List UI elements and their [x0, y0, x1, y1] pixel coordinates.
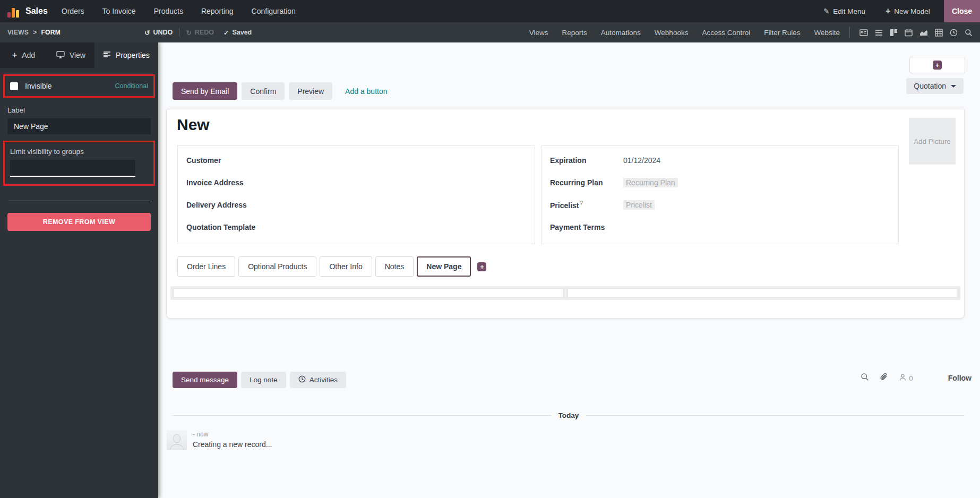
redo-button[interactable]: ↻REDO [186, 29, 214, 37]
tab-other-info[interactable]: Other Info [320, 256, 372, 277]
menu-to-invoice[interactable]: To Invoice [102, 7, 136, 15]
tab-website[interactable]: Website [814, 29, 840, 37]
search-messages-icon[interactable] [861, 373, 869, 383]
remove-from-view-button[interactable]: REMOVE FROM VIEW [7, 213, 151, 231]
invisible-property-row: Invisible Conditional [3, 74, 155, 98]
tab-access-control[interactable]: Access Control [702, 29, 750, 37]
add-statusbar-stage-button[interactable]: + [909, 57, 965, 73]
divider [8, 201, 150, 201]
person-icon [899, 373, 907, 383]
form-editor-canvas: Send by Email Confirm Preview Add a butt… [158, 42, 980, 498]
tab-automations[interactable]: Automations [601, 29, 641, 37]
calendar-icon[interactable] [905, 29, 913, 37]
sidebar-tab-properties[interactable]: Properties [94, 42, 158, 68]
expiration-value: 01/12/2024 [623, 156, 660, 165]
form-icon[interactable] [859, 29, 868, 37]
field-delivery-address[interactable]: Delivery Address [186, 194, 526, 216]
chatter-tools: 0 Follow [861, 373, 972, 383]
follow-button[interactable]: Follow [948, 374, 972, 382]
pivot-icon[interactable] [935, 29, 943, 37]
activities-button[interactable]: Activities [290, 372, 346, 388]
field-group-left: Customer Invoice Address Delivery Addres… [177, 145, 535, 244]
send-message-button[interactable]: Send message [173, 372, 237, 388]
edit-menu-button[interactable]: ✎ Edit Menu [823, 7, 865, 15]
chatter-buttons: Send message Log note Activities [173, 372, 346, 388]
properties-panel: Invisible Conditional Label Limit visibi… [0, 68, 158, 236]
redo-icon: ↻ [186, 29, 191, 37]
date-divider-label: Today [558, 411, 579, 419]
message-body: Creating a new record... [193, 440, 272, 449]
tab-reports[interactable]: Reports [562, 29, 587, 37]
chevron-down-icon [951, 85, 956, 88]
studio-sidebar: + Add View Properties Invisible Conditio… [0, 42, 158, 498]
field-group-right: Expiration 01/12/2024 Recurring Plan Rec… [541, 145, 899, 244]
empty-page-placeholder [170, 286, 960, 300]
field-groups: Customer Invoice Address Delivery Addres… [177, 145, 899, 244]
clock-icon [298, 375, 306, 384]
groups-input[interactable] [10, 160, 135, 177]
invisible-checkbox[interactable] [10, 82, 18, 90]
attachment-icon[interactable] [880, 373, 888, 383]
view-type-icons [849, 27, 973, 38]
field-invoice-address[interactable]: Invoice Address [186, 171, 526, 194]
followers-counter[interactable]: 0 [899, 373, 913, 383]
activity-icon[interactable] [950, 29, 958, 37]
label-input[interactable] [7, 118, 151, 134]
log-note-button[interactable]: Log note [241, 372, 286, 388]
app-name[interactable]: Sales [25, 6, 48, 16]
stage-dropdown[interactable]: Quotation [906, 78, 964, 94]
groups-field-label: Limit visibility to groups [10, 148, 148, 156]
graph-icon[interactable] [919, 29, 928, 37]
record-title[interactable]: New [177, 116, 210, 134]
menu-products[interactable]: Products [154, 7, 183, 15]
tab-views[interactable]: Views [529, 29, 548, 37]
placeholder-cell-left[interactable] [174, 288, 563, 298]
preview-button[interactable]: Preview [289, 82, 332, 100]
menu-configuration[interactable]: Configuration [252, 7, 296, 15]
list-icon[interactable] [875, 29, 883, 37]
undo-button[interactable]: ↺UNDO [144, 29, 173, 37]
sidebar-tab-add[interactable]: + Add [0, 42, 47, 68]
sales-app-icon[interactable] [7, 5, 20, 18]
tab-optional-products[interactable]: Optional Products [238, 256, 316, 277]
confirm-button[interactable]: Confirm [242, 82, 285, 100]
sidebar-tab-view[interactable]: View [47, 42, 94, 68]
add-a-button-link[interactable]: Add a button [345, 87, 387, 96]
saved-indicator: ✓Saved [223, 29, 252, 37]
divider [849, 27, 850, 38]
breadcrumb: VIEWS > FORM [7, 29, 61, 36]
field-customer[interactable]: Customer [186, 149, 526, 171]
tab-filter-rules[interactable]: Filter Rules [764, 29, 800, 37]
kanban-icon[interactable] [890, 29, 898, 37]
limit-visibility-section: Limit visibility to groups [3, 141, 155, 186]
tab-new-page[interactable]: New Page [417, 256, 471, 277]
help-icon: ? [580, 200, 583, 206]
field-expiration[interactable]: Expiration 01/12/2024 [550, 149, 890, 171]
menu-reporting[interactable]: Reporting [201, 7, 234, 15]
add-tab-button[interactable]: + [477, 262, 486, 271]
breadcrumb-views[interactable]: VIEWS [7, 29, 29, 36]
new-model-button[interactable]: + New Model [886, 7, 930, 15]
pricelist-placeholder: Pricelist [623, 200, 655, 210]
statusbar-buttons: Send by Email Confirm Preview Add a butt… [173, 82, 388, 100]
field-recurring-plan[interactable]: Recurring Plan Recurring Plan [550, 171, 890, 194]
send-by-email-button[interactable]: Send by Email [173, 82, 237, 100]
close-studio-button[interactable]: Close [944, 0, 980, 22]
field-quotation-template[interactable]: Quotation Template [186, 216, 526, 238]
studio-tabs: Views Reports Automations Webhooks Acces… [529, 29, 840, 37]
recurring-plan-placeholder: Recurring Plan [623, 178, 678, 187]
conditional-badge[interactable]: Conditional [115, 82, 148, 90]
notebook-tabs: Order Lines Optional Products Other Info… [177, 256, 486, 277]
tab-webhooks[interactable]: Webhooks [655, 29, 689, 37]
field-payment-terms[interactable]: Payment Terms [550, 216, 890, 238]
menu-orders[interactable]: Orders [62, 7, 84, 15]
field-pricelist[interactable]: Pricelist? Pricelist [550, 194, 890, 216]
plus-icon: + [477, 262, 486, 271]
search-icon[interactable] [965, 29, 973, 37]
breadcrumb-form: FORM [41, 29, 61, 36]
tab-notes[interactable]: Notes [375, 256, 414, 277]
tab-order-lines[interactable]: Order Lines [177, 256, 235, 277]
breadcrumb-separator: > [33, 29, 37, 36]
add-picture-placeholder[interactable]: Add Picture [909, 118, 956, 165]
placeholder-cell-right[interactable] [568, 288, 957, 298]
